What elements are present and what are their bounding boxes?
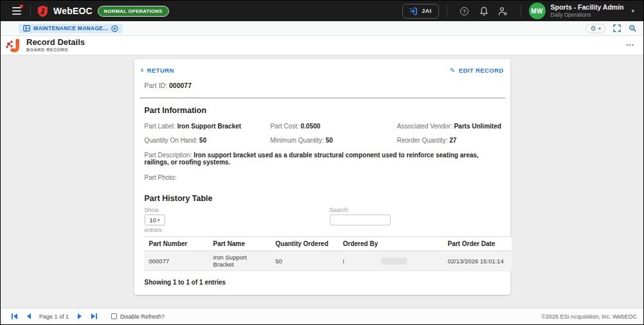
page-subtitle: BOARD RECORD [26,48,85,53]
gear-icon: ⚙ [590,25,596,32]
part-id-label: Part ID: [145,82,168,89]
return-label: RETURN [147,67,174,74]
record-details-card: ‹ RETURN ✎ EDIT RECORD Part ID: 000077 P… [134,59,510,295]
cell-part-number: 000077 [144,251,208,271]
cell-part-name: Iron Support Bracket [208,251,271,271]
session-label: JAI [422,8,432,14]
edit-record-label: EDIT RECORD [459,67,504,74]
brand: WebEOC [37,5,93,17]
field-associated-vendor: Associated Vendor: Parts Unlimited [397,123,505,130]
search-input[interactable] [330,215,391,225]
pencil-icon: ✎ [450,67,456,74]
next-page-icon[interactable] [75,312,85,322]
col-quantity-ordered[interactable]: Quantity Ordered [271,237,338,251]
app-title: WebEOC [53,6,93,16]
field-part-cost: Part Cost: 0.0500 [271,123,397,130]
part-description-value: Iron support bracket used as a durable s… [145,152,479,166]
search-area: Search: [330,207,391,225]
status-badge: NORMAL OPERATIONS [98,6,169,17]
part-history-title: Part History Table [145,194,505,203]
user-name: Sports - Facility Admin [551,3,624,12]
board-settings-button[interactable]: ⚙ ▾ [586,24,605,33]
help-icon[interactable]: ? [460,6,470,16]
field-reorder-quantity: Reorder Quantity: 27 [397,137,505,144]
divider [139,98,505,98]
table-row[interactable]: 000077 Iron Support Bracket 50 i 02/13/2… [144,251,512,271]
juvare-shield-icon [37,5,48,17]
divider [30,5,31,17]
first-page-icon[interactable] [9,312,19,322]
table-controls: Show 10 ▾ entries Search: [145,207,505,234]
board-search-icon[interactable] [629,24,637,32]
part-photo-row: Part Photo: [145,174,505,181]
page-size-select[interactable]: 10 ▾ [145,215,165,225]
cell-part-order-date: 02/13/2026 15:01:14 [443,251,512,271]
select-caret-icon: ▾ [157,218,160,223]
cell-ordered-by: i [338,251,443,271]
user-avatar[interactable]: MW [529,3,546,19]
redacted-text [381,258,407,265]
part-information-title: Part Information [145,106,505,115]
user-menu-caret-icon[interactable]: ▾ [631,8,634,14]
last-page-icon[interactable] [89,312,99,322]
col-part-order-date[interactable]: Part Order Date [443,237,512,251]
tab-close-icon[interactable] [111,25,118,32]
footer-bar: Page 1 of 1 Disable Refresh? ©2026 ESi A… [1,308,643,324]
edit-record-button[interactable]: ✎ EDIT RECORD [450,67,504,74]
part-description-label: Part Description: [145,152,192,159]
disable-refresh-checkbox[interactable] [111,313,117,319]
main-area: ‹ RETURN ✎ EDIT RECORD Part ID: 000077 P… [1,55,643,308]
cell-quantity-ordered: 50 [271,251,338,271]
col-ordered-by[interactable]: Ordered By [338,237,443,251]
gear-caret-icon: ▾ [598,26,601,31]
table-summary: Showing 1 to 1 of 1 entries [145,279,505,286]
chevron-left-icon: ‹ [141,66,144,74]
tab-maintenance-management[interactable]: MAINTENANCE MANAGE... [19,24,123,33]
field-part-label: Part Label: Iron Support Bracket [145,123,271,130]
part-history-table: Part Number Part Name Quantity Ordered O… [144,236,512,271]
user-role: Daily Operations [551,12,624,19]
previous-page-icon[interactable] [23,312,33,322]
sign-in-icon [409,7,418,15]
notifications-bell-icon[interactable] [479,6,489,16]
board-icon [23,25,30,31]
part-description-row: Part Description: Iron support bracket u… [145,152,505,166]
disable-refresh-control[interactable]: Disable Refresh? [111,313,165,320]
col-part-number[interactable]: Part Number [144,237,208,251]
user-admin-icon[interactable] [498,6,508,16]
top-bar: WebEOC NORMAL OPERATIONS JAI ? [1,1,643,21]
board-tab-bar: MAINTENANCE MANAGE... ⚙ ▾ [1,21,643,36]
col-part-name[interactable]: Part Name [208,237,271,251]
part-photo-label: Part Photo: [145,174,177,181]
field-quantity-on-hand: Quantity On Hand: 50 [145,137,271,144]
divider [447,4,447,17]
table-header-row: Part Number Part Name Quantity Ordered O… [144,237,512,251]
page-header: Record Details BOARD RECORD ... [1,36,643,55]
session-button[interactable]: JAI [402,4,439,19]
page-title: Record Details [26,38,85,48]
entries-label: entries [145,227,505,233]
part-id-value: 000077 [169,82,192,89]
field-minimum-quantity: Minimum Quantity: 50 [271,137,397,144]
show-label: Show [145,207,505,213]
juvare-board-logo-icon [6,38,21,53]
menu-hamburger-icon[interactable] [10,5,24,17]
part-information-fields: Part Label: Iron Support Bracket Part Co… [145,123,505,144]
divider [521,4,521,17]
notification-dot [20,4,23,8]
search-label: Search: [330,207,391,213]
tab-label: MAINTENANCE MANAGE... [33,25,108,31]
fullscreen-icon[interactable] [613,24,621,32]
more-options-icon[interactable]: ... [626,42,634,49]
disable-refresh-label: Disable Refresh? [120,313,165,320]
part-id-row: Part ID: 000077 [145,82,505,89]
user-info: Sports - Facility Admin Daily Operations [551,3,624,19]
copyright: ©2026 ESi Acquisition, Inc. WebEOC [541,313,637,320]
return-button[interactable]: ‹ RETURN [141,66,174,74]
page-info: Page 1 of 1 [39,313,69,320]
app-window: WebEOC NORMAL OPERATIONS JAI ? [0,0,644,325]
